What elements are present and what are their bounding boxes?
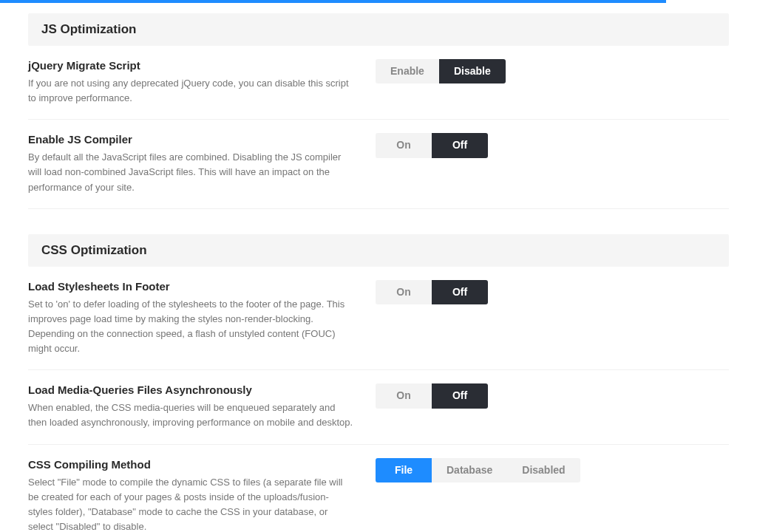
setting-load-footer: Load Stylesheets In Footer Set to 'on' t… [28, 267, 729, 371]
setting-jquery-migrate: jQuery Migrate Script If you are not usi… [28, 46, 729, 120]
on-button[interactable]: On [376, 133, 432, 157]
section-title-css: CSS Optimization [41, 243, 716, 258]
setting-desc-load-footer: Set to 'on' to defer loading of the styl… [28, 297, 353, 357]
setting-desc-media-async: When enabled, the CSS media-queries will… [28, 400, 353, 430]
file-button[interactable]: File [376, 458, 432, 482]
section-title-js: JS Optimization [41, 22, 716, 37]
off-button[interactable]: Off [432, 133, 488, 157]
disabled-button[interactable]: Disabled [507, 458, 580, 482]
setting-compile-method: CSS Compiling Method Select "File" mode … [28, 445, 729, 532]
enable-button[interactable]: Enable [376, 59, 439, 83]
on-button[interactable]: On [376, 280, 432, 304]
off-button[interactable]: Off [432, 280, 488, 304]
setting-desc-compile-method: Select "File" mode to compile the dynami… [28, 475, 353, 532]
setting-title-js-compiler: Enable JS Compiler [28, 133, 353, 146]
setting-title-load-footer: Load Stylesheets In Footer [28, 280, 353, 293]
toggle-media-async: On Off [376, 383, 488, 408]
section-header-js: JS Optimization [28, 13, 729, 46]
setting-title-compile-method: CSS Compiling Method [28, 458, 353, 471]
on-button[interactable]: On [376, 383, 432, 408]
setting-desc-js-compiler: By default all the JavaScript files are … [28, 150, 353, 194]
toggle-js-compiler: On Off [376, 133, 488, 157]
select-compile-method: File Database Disabled [376, 458, 580, 482]
off-button[interactable]: Off [432, 383, 488, 408]
section-header-css: CSS Optimization [28, 234, 729, 267]
disable-button[interactable]: Disable [439, 59, 506, 83]
toggle-load-footer: On Off [376, 280, 488, 304]
setting-title-media-async: Load Media-Queries Files Asynchronously [28, 383, 353, 396]
setting-title-jquery-migrate: jQuery Migrate Script [28, 59, 353, 72]
progress-bar [0, 0, 666, 3]
setting-media-async: Load Media-Queries Files Asynchronously … [28, 370, 729, 444]
setting-js-compiler: Enable JS Compiler By default all the Ja… [28, 120, 729, 208]
setting-desc-jquery-migrate: If you are not using any deprecated jQue… [28, 76, 353, 106]
toggle-jquery-migrate: Enable Disable [376, 59, 506, 83]
database-button[interactable]: Database [432, 458, 507, 482]
